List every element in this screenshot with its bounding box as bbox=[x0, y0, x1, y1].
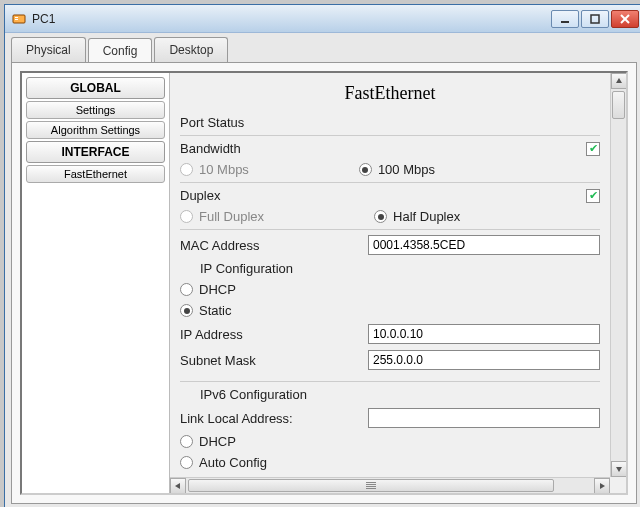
ipv6-dhcp-radio[interactable] bbox=[180, 435, 193, 448]
bw-10-radio[interactable] bbox=[180, 163, 193, 176]
scroll-right-icon[interactable] bbox=[594, 478, 610, 493]
scroll-thumb-v[interactable] bbox=[612, 91, 625, 119]
subnet-mask-input[interactable] bbox=[368, 350, 600, 370]
port-status-label: Port Status bbox=[180, 115, 380, 130]
static-label: Static bbox=[199, 303, 232, 318]
tab-config[interactable]: Config bbox=[88, 38, 153, 63]
svg-rect-0 bbox=[13, 15, 25, 23]
ipv6-config-label: IPv6 Configuration bbox=[180, 384, 600, 405]
bw-10-label: 10 Mbps bbox=[199, 162, 249, 177]
duplex-label: Duplex bbox=[180, 188, 380, 203]
config-panel: FastEthernet Port Status Bandwidth 10 Mb… bbox=[170, 73, 626, 493]
ip-address-input[interactable] bbox=[368, 324, 600, 344]
ipv6-auto-label: Auto Config bbox=[199, 455, 267, 470]
static-radio[interactable] bbox=[180, 304, 193, 317]
config-title: FastEthernet bbox=[180, 79, 600, 112]
ip-address-label: IP Address bbox=[180, 327, 360, 342]
svg-rect-1 bbox=[15, 17, 18, 18]
full-duplex-radio[interactable] bbox=[180, 210, 193, 223]
app-icon bbox=[11, 11, 27, 27]
half-duplex-label: Half Duplex bbox=[393, 209, 460, 224]
svg-rect-2 bbox=[15, 19, 18, 20]
app-window: PC1 Physical Config Desktop GLOBAL Setti… bbox=[4, 4, 640, 507]
link-local-label: Link Local Address: bbox=[180, 411, 360, 426]
dhcp-label: DHCP bbox=[199, 282, 236, 297]
full-duplex-label: Full Duplex bbox=[199, 209, 264, 224]
tab-desktop[interactable]: Desktop bbox=[154, 37, 228, 62]
title-text: PC1 bbox=[32, 12, 551, 26]
minimize-button[interactable] bbox=[551, 10, 579, 28]
svg-marker-8 bbox=[616, 467, 622, 472]
sidebar-interface-header: INTERFACE bbox=[26, 141, 165, 163]
ipv6-dhcp-label: DHCP bbox=[199, 434, 236, 449]
subnet-mask-label: Subnet Mask bbox=[180, 353, 360, 368]
sidebar: GLOBAL Settings Algorithm Settings INTER… bbox=[22, 73, 170, 493]
svg-marker-10 bbox=[600, 483, 605, 489]
close-button[interactable] bbox=[611, 10, 639, 28]
bw-100-label: 100 Mbps bbox=[378, 162, 435, 177]
scroll-down-icon[interactable] bbox=[611, 461, 626, 477]
maximize-button[interactable] bbox=[581, 10, 609, 28]
svg-marker-9 bbox=[175, 483, 180, 489]
mac-address-input[interactable] bbox=[368, 235, 600, 255]
half-duplex-radio[interactable] bbox=[374, 210, 387, 223]
svg-rect-4 bbox=[591, 15, 599, 23]
duplex-checkbox[interactable] bbox=[586, 189, 600, 203]
titlebar: PC1 bbox=[5, 5, 640, 33]
horizontal-scrollbar[interactable] bbox=[170, 477, 610, 493]
mac-address-label: MAC Address bbox=[180, 238, 360, 253]
sidebar-settings[interactable]: Settings bbox=[26, 101, 165, 119]
bandwidth-label: Bandwidth bbox=[180, 141, 380, 156]
tab-strip: Physical Config Desktop bbox=[5, 33, 640, 62]
sidebar-global-header: GLOBAL bbox=[26, 77, 165, 99]
ip-config-label: IP Configuration bbox=[180, 258, 600, 279]
sidebar-algorithm-settings[interactable]: Algorithm Settings bbox=[26, 121, 165, 139]
bw-100-radio[interactable] bbox=[359, 163, 372, 176]
svg-marker-7 bbox=[616, 78, 622, 83]
tab-physical[interactable]: Physical bbox=[11, 37, 86, 62]
ipv6-auto-radio[interactable] bbox=[180, 456, 193, 469]
bandwidth-checkbox[interactable] bbox=[586, 142, 600, 156]
scroll-thumb-h[interactable] bbox=[188, 479, 554, 492]
scroll-up-icon[interactable] bbox=[611, 73, 626, 89]
dhcp-radio[interactable] bbox=[180, 283, 193, 296]
vertical-scrollbar[interactable] bbox=[610, 73, 626, 477]
scroll-left-icon[interactable] bbox=[170, 478, 186, 493]
link-local-input[interactable] bbox=[368, 408, 600, 428]
sidebar-fastethernet[interactable]: FastEthernet bbox=[26, 165, 165, 183]
